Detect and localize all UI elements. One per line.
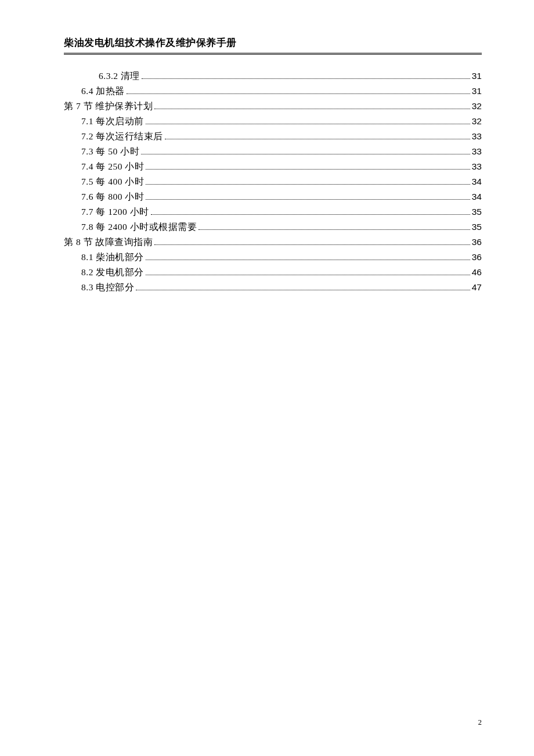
toc-entry: 6.3.2 清理 31 bbox=[64, 69, 482, 84]
toc-entry: 7.1 每次启动前 32 bbox=[64, 114, 482, 129]
toc-entry-page: 47 bbox=[472, 280, 482, 295]
toc-entry-page: 36 bbox=[472, 235, 482, 250]
toc-leader-dots bbox=[146, 270, 470, 275]
toc-leader-dots bbox=[142, 74, 470, 79]
toc-entry-label: 6.3.2 清理 bbox=[99, 69, 140, 84]
toc-entry: 7.8 每 2400 小时或根据需要 35 bbox=[64, 219, 482, 235]
header-rule-thin bbox=[64, 54, 482, 55]
header-rule-thick bbox=[64, 53, 482, 53]
toc-entry-label: 第 7 节 维护保养计划 bbox=[64, 99, 153, 114]
toc-entry-label: 7.7 每 1200 小时 bbox=[81, 204, 149, 219]
toc-entry: 7.6 每 800 小时 34 bbox=[64, 189, 482, 204]
toc-entry: 8.2 发电机部分 46 bbox=[64, 265, 482, 280]
toc-entry: 7.4 每 250 小时 33 bbox=[64, 159, 482, 174]
toc-entry-label: 7.2 每次运行结束后 bbox=[81, 129, 163, 144]
toc-entry: 8.1 柴油机部分 36 bbox=[64, 250, 482, 265]
toc-entry: 7.3 每 50 小时 33 bbox=[64, 144, 482, 159]
toc-leader-dots bbox=[146, 164, 470, 170]
toc-entry-label: 7.1 每次启动前 bbox=[81, 114, 144, 129]
toc-entry-page: 35 bbox=[472, 204, 482, 219]
toc-entry: 7.5 每 400 小时 34 bbox=[64, 174, 482, 189]
toc-entry-label: 8.1 柴油机部分 bbox=[81, 250, 144, 265]
toc-entry-page: 32 bbox=[472, 114, 482, 129]
toc-entry-page: 36 bbox=[472, 250, 482, 265]
toc-leader-dots bbox=[146, 119, 470, 124]
toc-entry-label: 7.8 每 2400 小时或根据需要 bbox=[81, 219, 197, 235]
toc-leader-dots bbox=[136, 285, 470, 290]
toc-entry-page: 34 bbox=[472, 174, 482, 189]
toc-entry: 第 7 节 维护保养计划 32 bbox=[64, 99, 482, 114]
page-number: 2 bbox=[478, 718, 482, 727]
toc-entry: 6.4 加热器 31 bbox=[64, 84, 482, 99]
toc-entry-page: 32 bbox=[472, 99, 482, 114]
toc-leader-dots bbox=[141, 149, 470, 154]
toc-leader-dots bbox=[146, 255, 470, 260]
toc-entry-page: 33 bbox=[472, 144, 482, 159]
toc-entry: 8.3 电控部分 47 bbox=[64, 280, 482, 295]
toc-entry-label: 7.6 每 800 小时 bbox=[81, 189, 144, 204]
table-of-contents: 6.3.2 清理 316.4 加热器 31第 7 节 维护保养计划 327.1 … bbox=[64, 69, 482, 295]
toc-entry-page: 46 bbox=[472, 265, 482, 280]
toc-leader-dots bbox=[165, 134, 470, 139]
toc-entry-label: 7.3 每 50 小时 bbox=[81, 144, 139, 159]
toc-leader-dots bbox=[199, 225, 470, 230]
toc-entry-label: 7.5 每 400 小时 bbox=[81, 174, 144, 189]
toc-entry: 7.7 每 1200 小时 35 bbox=[64, 204, 482, 219]
toc-entry-label: 7.4 每 250 小时 bbox=[81, 159, 144, 174]
toc-leader-dots bbox=[154, 104, 470, 109]
document-page: 柴油发电机组技术操作及维护保养手册 6.3.2 清理 316.4 加热器 31第… bbox=[0, 0, 534, 295]
toc-entry-label: 8.3 电控部分 bbox=[81, 280, 134, 295]
toc-entry-page: 33 bbox=[472, 159, 482, 174]
page-header-title: 柴油发电机组技术操作及维护保养手册 bbox=[64, 36, 482, 53]
toc-entry-page: 31 bbox=[472, 84, 482, 99]
toc-entry-page: 35 bbox=[472, 219, 482, 235]
toc-entry-label: 6.4 加热器 bbox=[81, 84, 125, 99]
toc-leader-dots bbox=[127, 89, 470, 94]
toc-entry-label: 第 8 节 故障查询指南 bbox=[64, 235, 153, 250]
toc-leader-dots bbox=[154, 240, 470, 245]
toc-entry: 第 8 节 故障查询指南 36 bbox=[64, 235, 482, 250]
toc-entry-page: 34 bbox=[472, 189, 482, 204]
toc-entry-page: 31 bbox=[472, 69, 482, 84]
toc-leader-dots bbox=[151, 210, 470, 215]
toc-leader-dots bbox=[146, 195, 470, 200]
toc-entry-label: 8.2 发电机部分 bbox=[81, 265, 144, 280]
toc-leader-dots bbox=[146, 179, 470, 185]
toc-entry: 7.2 每次运行结束后 33 bbox=[64, 129, 482, 144]
toc-entry-page: 33 bbox=[472, 129, 482, 144]
